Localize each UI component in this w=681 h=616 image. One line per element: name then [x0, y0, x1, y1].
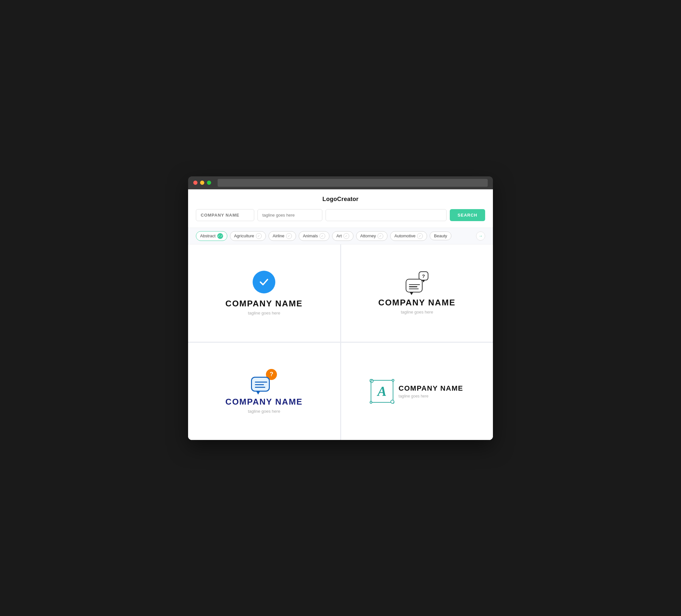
search-text-input[interactable] [326, 209, 447, 221]
corner-dot-br [392, 401, 394, 404]
filter-chip-agriculture[interactable]: Agriculture [230, 231, 266, 241]
logo-grid: COMPANY NAME tagline goes here ? COMPANY [188, 245, 493, 440]
letter-box: A [371, 380, 393, 403]
filter-check-icon [344, 233, 349, 239]
filter-chip-animals[interactable]: Animals [299, 231, 329, 241]
filter-check-icon: ✓ [217, 233, 223, 239]
address-bar [218, 179, 488, 187]
logo-card-1[interactable]: COMPANY NAME tagline goes here [188, 245, 340, 342]
filter-label: Beauty [434, 233, 447, 238]
filter-check-icon [256, 233, 262, 239]
logo4-text-block: COMPANY NAME tagline goes here [399, 384, 463, 399]
logo-card-2[interactable]: ? COMPANY NAME tagline goes here [341, 245, 493, 342]
letter-a-icon: A [377, 384, 386, 399]
filter-chip-art[interactable]: Art [332, 231, 353, 241]
filter-chip-attorney[interactable]: Attorney [356, 231, 387, 241]
browser-window: LogoCreator SEARCH Abstract ✓ Agricultur… [188, 176, 493, 440]
tagline-input[interactable] [257, 209, 322, 221]
chat-bubbles-icon: ? [406, 272, 428, 292]
colored-chat-icon: ? [251, 369, 277, 392]
filter-label: Airline [273, 233, 284, 238]
logo1-company: COMPANY NAME [225, 299, 303, 309]
browser-titlebar [188, 176, 493, 189]
filter-bar: Abstract ✓ Agriculture Airline Animals A… [188, 228, 493, 245]
logo-card-3[interactable]: ? COMPANY NAME tagline goes here [188, 343, 340, 440]
filter-check-icon [286, 233, 292, 239]
logo-card-4[interactable]: A COMPANY NAME tagline goes here [341, 343, 493, 440]
search-bar: SEARCH [188, 209, 493, 228]
filter-chip-abstract[interactable]: Abstract ✓ [196, 231, 227, 241]
app-content: LogoCreator SEARCH Abstract ✓ Agricultur… [188, 189, 493, 440]
minimize-button[interactable] [200, 181, 204, 185]
logo4-tagline: tagline goes here [399, 394, 463, 399]
filter-check-icon [417, 233, 423, 239]
filter-check-icon [320, 233, 325, 239]
maximize-button[interactable] [207, 181, 211, 185]
filter-check-icon [377, 233, 383, 239]
letter-a-logo: A COMPANY NAME tagline goes here [371, 380, 463, 403]
filter-chip-automotive[interactable]: Automotive [390, 231, 427, 241]
corner-dot-tr [392, 379, 394, 382]
logo3-company: COMPANY NAME [225, 397, 303, 407]
checkmark-icon [253, 271, 275, 293]
logo1-tagline: tagline goes here [248, 311, 280, 315]
filter-label: Abstract [200, 233, 216, 238]
filter-label: Automotive [394, 233, 415, 238]
logo2-tagline: tagline goes here [401, 310, 433, 314]
logo2-company: COMPANY NAME [378, 298, 456, 308]
app-header: LogoCreator [188, 189, 493, 209]
filter-chip-airline[interactable]: Airline [269, 231, 296, 241]
filter-label: Art [336, 233, 342, 238]
filter-next-button[interactable]: → [476, 231, 485, 240]
filter-label: Animals [303, 233, 318, 238]
filter-chip-beauty[interactable]: Beauty [430, 231, 451, 240]
close-button[interactable] [193, 181, 198, 185]
search-button[interactable]: SEARCH [450, 209, 485, 221]
logo4-company: COMPANY NAME [399, 384, 463, 393]
app-title: LogoCreator [322, 196, 358, 202]
corner-dot-tl [370, 379, 372, 382]
logo3-tagline: tagline goes here [248, 409, 280, 414]
filter-label: Attorney [360, 233, 376, 238]
company-name-input[interactable] [196, 209, 254, 221]
corner-dot-bl [370, 401, 372, 404]
filter-label: Agriculture [234, 233, 254, 238]
